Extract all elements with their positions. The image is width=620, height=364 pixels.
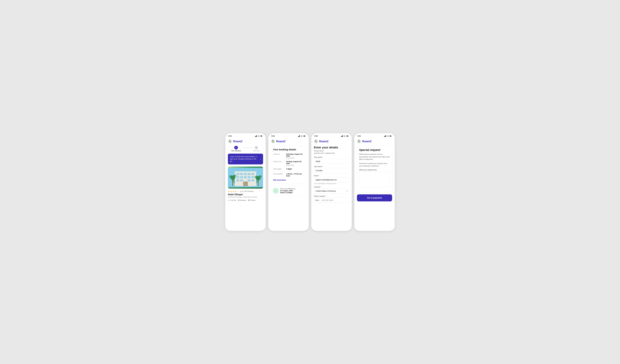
special-request-textarea[interactable] xyxy=(359,172,390,187)
phone-country-code[interactable]: US ▾ xyxy=(314,198,320,203)
breakfast-icon xyxy=(238,199,240,201)
svg-rect-18 xyxy=(240,176,243,178)
battery-icon-3 xyxy=(346,135,349,137)
svg-rect-19 xyxy=(244,176,247,178)
checkout-day: Sunday, August 25, 2024 xyxy=(286,160,304,164)
battery-icon-1 xyxy=(261,135,263,137)
nights-row: Total nights 1 Night xyxy=(273,168,304,170)
fill-info: Just fill in the * required info xyxy=(314,152,335,154)
svg-rect-39 xyxy=(298,136,299,137)
screen-3: 9:41 xyxy=(311,133,352,231)
country-select-wrapper: United States of America ▾ xyxy=(314,188,349,194)
svg-rect-58 xyxy=(384,136,385,137)
selected-value: 1 Room , 2 Full size beds xyxy=(286,173,304,177)
star-5: ★ xyxy=(237,190,239,193)
time-2: 9:41 xyxy=(271,135,275,137)
svg-rect-44 xyxy=(304,136,305,136)
checkout-value: Sunday, August 25, 2024 From 11:00 xyxy=(286,160,304,166)
amenity-breakfast: Breakfast xyxy=(238,199,246,201)
wifi-amenity-icon xyxy=(228,199,230,201)
login-chevron-icon: › xyxy=(260,158,261,160)
last-name-input[interactable] xyxy=(314,168,349,173)
phone-group: Phone number * US ▾ xyxy=(314,195,349,203)
login-banner[interactable]: Log in to book with saved details, or si… xyxy=(228,154,263,164)
wifi-icon-2 xyxy=(301,135,303,137)
time-1: 9:41 xyxy=(228,135,232,137)
first-name-group: First name * xyxy=(314,156,349,164)
svg-point-34 xyxy=(259,175,262,177)
amenities-row: Free Wifi Breakfast P Parking xyxy=(228,199,263,201)
step-circle-done: ✓ xyxy=(234,146,238,149)
nights-label: Total nights xyxy=(273,168,285,170)
battery-icon-2 xyxy=(304,135,306,137)
logo-icon-2: 🦜 xyxy=(271,139,275,144)
svg-rect-49 xyxy=(341,136,341,137)
status-icons-3 xyxy=(341,135,349,137)
status-icons-1 xyxy=(255,135,263,137)
screen-2: 9:41 xyxy=(268,133,309,231)
svg-rect-55 xyxy=(347,136,348,136)
status-bar-2: 9:41 xyxy=(268,133,309,138)
step-2-final: 2 Final step xyxy=(253,146,260,152)
svg-text:🦜: 🦜 xyxy=(229,140,232,143)
selected-label: You selected xyxy=(273,173,285,177)
svg-text:🦜: 🦜 xyxy=(358,140,361,143)
checkout-time: From 11:00 xyxy=(286,165,294,166)
first-name-input[interactable] xyxy=(314,159,349,164)
svg-rect-26 xyxy=(243,181,248,186)
svg-text:P: P xyxy=(248,200,249,201)
logo-icon-3: 🦜 xyxy=(314,139,318,144)
selected-row: You selected 1 Room , 2 Full size beds xyxy=(273,173,304,177)
screen-2-content: 🦜 RoamZ Your booking details Check-In Sa… xyxy=(268,138,309,231)
special-desc-1: While special requests can't be guarante… xyxy=(359,153,390,161)
parking-label: Parking xyxy=(250,199,255,201)
hotel-address: 32 Rue des Archives, 75004 Paris, France xyxy=(228,196,263,198)
svg-rect-50 xyxy=(341,136,342,137)
checkout-row: Check-Out Sunday, August 25, 2024 From 1… xyxy=(273,160,304,166)
country-code-text: US xyxy=(315,199,318,201)
logo-icon-1: 🦜 xyxy=(228,139,232,144)
screen-3-content: 🦜 RoamZ Enter your details Almost done! … xyxy=(311,138,352,231)
email-label: Email * xyxy=(314,175,349,177)
country-label: Country * xyxy=(314,186,349,188)
svg-point-29 xyxy=(229,175,232,177)
logo-1: 🦜 RoamZ xyxy=(228,139,263,144)
stars-row: ★ ★ ★ ★ ★ (4.3) 1244 Reviews xyxy=(228,190,263,193)
svg-rect-60 xyxy=(385,135,386,137)
special-desc-2: Feel free to submit your request once yo… xyxy=(359,162,390,167)
edit-reservation-link[interactable]: Edit reservation xyxy=(273,179,286,181)
step-label-2: Final step xyxy=(253,150,260,152)
svg-rect-12 xyxy=(236,173,239,175)
battery-icon-4 xyxy=(389,135,392,137)
wifi-icon-3 xyxy=(344,135,346,137)
svg-rect-1 xyxy=(256,136,256,137)
step-line xyxy=(242,147,252,148)
reviews-text: (4.3) 1244 Reviews xyxy=(240,190,254,192)
special-request-title: Special request xyxy=(359,148,390,152)
status-icons-4 xyxy=(384,135,392,137)
free-cancel-icon xyxy=(273,188,278,193)
email-input[interactable] xyxy=(314,177,349,182)
go-to-payment-button[interactable]: Go to payment xyxy=(357,194,392,201)
svg-rect-24 xyxy=(248,179,250,181)
signal-icon-1 xyxy=(255,135,257,137)
phone-number-input[interactable] xyxy=(320,198,349,203)
free-cancel-label: Free cancellation by xyxy=(280,188,295,190)
logo-4: 🦜 RoamZ xyxy=(357,139,392,144)
svg-rect-38 xyxy=(298,136,298,137)
checkin-day: Saturday, August 24, 2024 xyxy=(286,153,304,157)
almost-done-text: Almost done! Just fill in the * required… xyxy=(314,150,349,154)
status-icons-2 xyxy=(298,135,306,137)
country-select[interactable]: United States of America xyxy=(314,188,349,194)
time-4: 9:41 xyxy=(357,135,361,137)
time-3: 9:41 xyxy=(314,135,318,137)
svg-rect-6 xyxy=(261,136,262,136)
free-cancel-time: before 12:00pm xyxy=(280,192,293,194)
signal-icon-3 xyxy=(341,135,343,137)
booking-details-card: Your booking details Check-In Saturday, … xyxy=(271,146,306,183)
screen-1: 9:41 xyxy=(225,133,266,231)
checkin-time: From 15:00 xyxy=(286,157,294,159)
svg-rect-64 xyxy=(390,136,391,136)
step-label-1: Your selection xyxy=(231,150,241,152)
phone-label: Phone number * xyxy=(314,195,349,197)
